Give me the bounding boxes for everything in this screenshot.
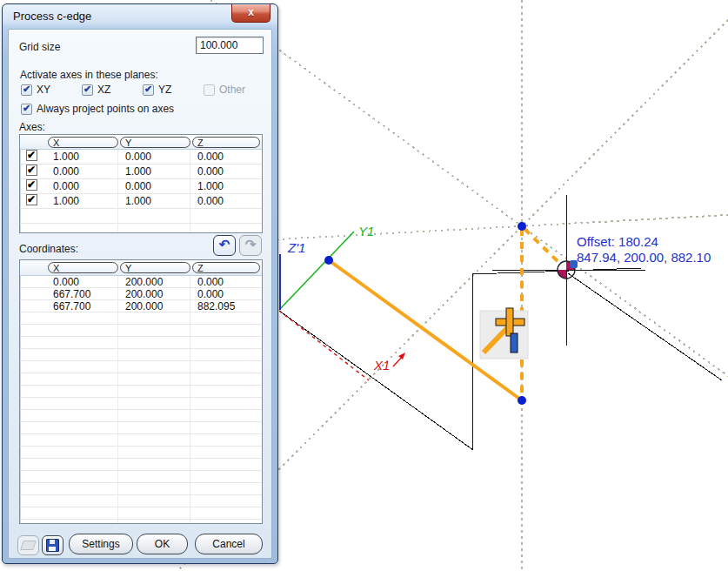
coordinate-cell: 0.000 [190, 288, 258, 299]
axes-cell: 1.000 [190, 179, 258, 193]
grid-size-input[interactable] [196, 37, 264, 54]
redo-icon: ↷ [245, 238, 257, 251]
checkbox-xz-label: XZ [97, 84, 110, 96]
coordinate-row-empty [20, 325, 262, 337]
settings-button[interactable]: Settings [69, 534, 133, 554]
coordinate-row-empty [20, 447, 262, 459]
coordinates-col-x[interactable]: X [48, 262, 118, 273]
axes-cell: 0.000 [118, 150, 190, 164]
coordinate-row-empty [20, 459, 262, 471]
axes-cell: 0.000 [46, 165, 118, 178]
checkbox-yz-box [143, 84, 154, 96]
vertex-point [518, 222, 526, 231]
workpiece-edge-lower-right [568, 273, 722, 380]
checkbox-xz-box [82, 84, 93, 96]
construction-line-horizontal [277, 215, 728, 239]
offset-tooltip-line2: 847.94, 200.00, 882.10 [577, 250, 711, 265]
axes-row-check[interactable] [26, 179, 37, 191]
redo-button: ↷ [239, 235, 262, 256]
close-icon: x [248, 6, 254, 18]
snap-tool-icon [480, 308, 528, 359]
axes-cell: 0.000 [190, 165, 258, 178]
axis-label-y1: Y1 [358, 224, 374, 238]
coordinate-row[interactable]: 0.000 200.000 0.000 [20, 276, 262, 288]
axes-col-y[interactable]: Y [120, 137, 190, 148]
coordinate-cell: 200.000 [118, 276, 190, 287]
axes-cell: 0.000 [46, 179, 118, 193]
coordinate-cell: 882.095 [190, 300, 258, 312]
construction-line-diagonal-shallow [210, 0, 728, 376]
coordinate-row-empty [20, 495, 262, 507]
coordinate-row[interactable]: 667.700 200.000 0.000 [20, 288, 262, 300]
coordinates-col-y[interactable]: Y [120, 262, 190, 273]
axes-cell: 1.000 [46, 150, 118, 164]
axes-table[interactable]: X Y Z 1.000 0.000 0.000 0.000 1.000 0.00… [19, 134, 263, 233]
cancel-button[interactable]: Cancel [195, 534, 263, 554]
coordinate-cell: 0.000 [190, 276, 258, 287]
coordinates-col-z[interactable]: Z [192, 262, 260, 273]
axes-section-label: Axes: [19, 121, 45, 133]
axes-cell: 1.000 [46, 194, 118, 208]
workpiece-edge-diagonal [279, 311, 473, 450]
axes-col-x[interactable]: X [48, 137, 118, 148]
checkbox-other-box [204, 84, 215, 96]
checkbox-other-label: Other [219, 84, 245, 96]
coordinate-row-empty [20, 312, 262, 325]
vertex-point [324, 256, 333, 265]
coordinate-row-empty [20, 471, 262, 483]
checkbox-always-project[interactable]: Always project points on axes [21, 103, 174, 115]
coordinate-cell: 667.700 [46, 288, 118, 299]
axes-table-header: X Y Z [20, 135, 262, 150]
axes-row-check[interactable] [26, 165, 37, 176]
coordinate-row-empty [20, 337, 262, 349]
open-icon [20, 541, 37, 550]
undo-icon: ↶ [219, 238, 230, 251]
coordinate-row-empty [20, 349, 262, 361]
offset-tooltip-line1: Offset: 180.24 [577, 234, 658, 249]
checkbox-yz-label: YZ [158, 84, 171, 96]
titlebar[interactable]: Process c-edge x [3, 4, 277, 27]
axes-row-empty [20, 224, 262, 233]
checkbox-xy-label: XY [37, 84, 50, 96]
axes-row[interactable]: 1.000 1.000 0.000 [20, 194, 262, 209]
axes-cell: 0.000 [190, 150, 258, 164]
coordinate-row[interactable]: 667.700 200.000 882.095 [20, 300, 262, 312]
coordinate-row-empty [20, 398, 262, 410]
coordinate-row-empty [20, 410, 262, 422]
axes-cell: 1.000 [118, 194, 190, 208]
coordinate-row-empty [20, 520, 262, 524]
cedge-line-dashed-rubberband [524, 229, 562, 265]
planes-section-label: Activate axes in these planes: [20, 69, 158, 81]
coordinate-cell: 200.000 [118, 300, 190, 312]
save-icon [46, 539, 59, 552]
axes-col-z[interactable]: Z [192, 137, 260, 148]
checkbox-xy-box [21, 84, 32, 96]
coordinate-cell: 200.000 [118, 288, 190, 299]
axes-cell: 1.000 [118, 165, 190, 178]
axes-row-check[interactable] [26, 150, 37, 161]
coordinates-table[interactable]: X Y Z 0.000 200.000 0.000 667.700 200.00… [19, 259, 263, 524]
checkbox-yz[interactable]: YZ [143, 84, 171, 96]
undo-button[interactable]: ↶ [213, 235, 236, 256]
vertex-point [518, 396, 526, 405]
axis-line-x1 [279, 311, 369, 380]
close-button[interactable]: x [231, 4, 270, 23]
coordinate-row-empty [20, 373, 262, 386]
coordinates-table-header: X Y Z [20, 260, 262, 276]
coordinate-row-empty [20, 434, 262, 447]
coordinate-row-empty [20, 386, 262, 398]
coordinate-row-empty [20, 422, 262, 434]
axes-row[interactable]: 0.000 1.000 0.000 [20, 165, 262, 179]
dialog-title: Process c-edge [13, 10, 91, 23]
checkbox-xz[interactable]: XZ [82, 84, 110, 96]
axis-label-x1: X1 [373, 358, 390, 373]
axes-row[interactable]: 0.000 0.000 1.000 [20, 179, 262, 194]
coordinates-section-label: Coordinates: [19, 243, 78, 255]
checkbox-always-project-label: Always project points on axes [37, 103, 174, 115]
axes-row-check[interactable] [26, 194, 37, 205]
axes-row[interactable]: 1.000 0.000 0.000 [20, 150, 262, 165]
ok-button[interactable]: OK [137, 534, 188, 554]
grid-size-label: Grid size [19, 41, 60, 53]
save-button[interactable] [42, 535, 63, 555]
checkbox-xy[interactable]: XY [21, 84, 50, 96]
